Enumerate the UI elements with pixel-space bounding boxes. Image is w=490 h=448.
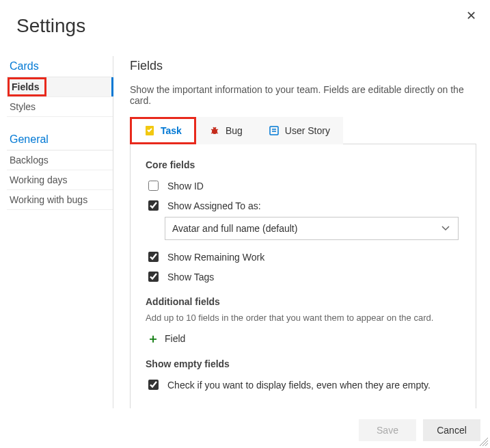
svg-point-1 [212,129,217,134]
show-tags-label: Show Tags [167,272,214,282]
show-remaining-row[interactable]: Show Remaining Work [146,247,461,267]
fields-panel: Core fields Show ID Show Assigned To as:… [130,144,476,408]
empty-fields-row[interactable]: Check if you want to display fields, eve… [146,375,461,395]
show-tags-checkbox[interactable] [148,272,159,282]
sidebar-item-fields-highlight: Fields [8,77,46,96]
show-assigned-label: Show Assigned To as: [167,200,261,211]
core-fields-title: Core fields [146,159,461,170]
show-assigned-row[interactable]: Show Assigned To as: [146,196,461,215]
svg-rect-2 [270,127,278,135]
dialog-footer: Save Cancel [359,419,480,441]
main-description: Show the important information to your t… [130,84,476,106]
empty-fields-checkbox[interactable] [148,380,159,390]
show-id-row[interactable]: Show ID [146,176,461,196]
user-story-icon [269,125,280,136]
cancel-button[interactable]: Cancel [423,419,480,441]
resize-grip-icon [479,437,489,447]
sidebar-item-working-days[interactable]: Working days [7,170,113,190]
assigned-display-select[interactable]: Avatar and full name (default) [165,217,459,240]
tab-label: Bug [226,125,243,136]
sidebar-item-label: Styles [10,101,36,112]
show-remaining-label: Show Remaining Work [167,252,264,263]
tab-task[interactable]: Task [130,117,196,144]
main-heading: Fields [130,59,476,73]
sidebar-item-working-bugs[interactable]: Working with bugs [7,190,113,210]
save-button: Save [359,419,416,441]
bug-icon [209,125,220,136]
tab-label: User Story [285,125,330,136]
sidebar-item-label: Fields [12,81,39,92]
sidebar-head-cards: Cards [7,56,113,77]
tab-user-story[interactable]: User Story [256,117,343,144]
additional-fields-title: Additional fields [146,296,461,307]
sidebar-item-styles[interactable]: Styles [7,97,113,117]
empty-fields-label: Check if you want to display fields, eve… [167,380,431,391]
show-id-label: Show ID [167,181,204,192]
plus-icon: ＋ [147,332,159,345]
main-panel: Fields Show the important information to… [113,56,490,408]
sidebar-item-label: Working with bugs [10,194,87,205]
close-icon[interactable]: ✕ [463,7,479,25]
tab-label: Task [161,125,182,136]
sidebar-head-general: General [7,129,113,150]
add-field-label: Field [165,333,185,344]
work-item-tabs: Task Bug User Story [130,117,476,144]
task-icon [144,125,155,136]
add-field-button[interactable]: ＋ Field [146,330,461,346]
sidebar-item-fields[interactable]: Fields [7,77,113,97]
additional-fields-hint: Add up to 10 fields in the order that yo… [146,313,461,323]
show-remaining-checkbox[interactable] [148,252,159,262]
tab-bug[interactable]: Bug [196,117,256,144]
sidebar-item-label: Backlogs [10,155,49,166]
page-title: Settings [16,15,490,37]
sidebar-item-label: Working days [10,174,68,185]
show-id-checkbox[interactable] [148,181,159,191]
show-assigned-checkbox[interactable] [148,200,159,211]
sidebar: Cards Fields Styles General Backlogs Wor… [0,56,113,408]
empty-fields-title: Show empty fields [146,358,461,369]
sidebar-item-backlogs[interactable]: Backlogs [7,150,113,170]
show-tags-row[interactable]: Show Tags [146,267,461,287]
